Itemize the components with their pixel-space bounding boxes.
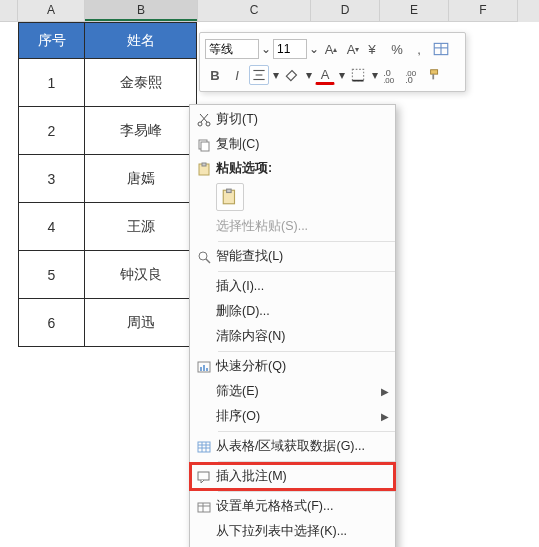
svg-point-15 bbox=[206, 122, 210, 126]
cell-name[interactable]: 钟汉良 bbox=[85, 251, 197, 299]
header-name[interactable]: 姓名 bbox=[85, 23, 197, 59]
table-format-icon[interactable] bbox=[431, 39, 451, 59]
col-header-B[interactable]: B bbox=[85, 0, 198, 22]
menu-label: 选择性粘贴(S)... bbox=[216, 218, 389, 235]
format-cells-icon bbox=[192, 499, 216, 515]
svg-text:¥: ¥ bbox=[367, 42, 376, 57]
menu-get-data[interactable]: 从表格/区域获取数据(G)... bbox=[190, 434, 395, 459]
header-seq[interactable]: 序号 bbox=[19, 23, 85, 59]
menu-delete[interactable]: 删除(D)... bbox=[190, 299, 395, 324]
copy-icon bbox=[192, 137, 216, 153]
menu-separator bbox=[218, 271, 395, 272]
svg-rect-13 bbox=[431, 70, 438, 74]
chevron-down-icon[interactable]: ▾ bbox=[271, 68, 280, 82]
paste-default-button[interactable] bbox=[216, 183, 244, 211]
menu-label: 排序(O) bbox=[216, 408, 381, 425]
submenu-arrow-icon: ▶ bbox=[381, 411, 389, 422]
font-name-select[interactable] bbox=[205, 39, 259, 59]
increase-font-icon[interactable]: A▴ bbox=[321, 39, 341, 59]
menu-separator bbox=[218, 431, 395, 432]
paste-options-row bbox=[190, 180, 395, 214]
comment-icon bbox=[192, 469, 216, 485]
menu-label: 复制(C) bbox=[216, 136, 389, 153]
cell-name[interactable]: 金泰熙 bbox=[85, 59, 197, 107]
menu-label: 插入批注(M) bbox=[216, 468, 389, 485]
svg-line-25 bbox=[206, 259, 210, 263]
table-icon bbox=[192, 439, 216, 455]
col-header-C[interactable]: C bbox=[198, 0, 311, 22]
svg-line-16 bbox=[201, 114, 208, 122]
menu-insert[interactable]: 插入(I)... bbox=[190, 274, 395, 299]
percent-format-icon[interactable]: % bbox=[387, 39, 407, 59]
bold-icon[interactable]: B bbox=[205, 65, 225, 85]
cell-name[interactable]: 王源 bbox=[85, 203, 197, 251]
cell-seq[interactable]: 5 bbox=[19, 251, 85, 299]
align-center-icon[interactable] bbox=[249, 65, 269, 85]
chevron-down-icon[interactable]: ⌄ bbox=[309, 42, 319, 56]
column-headers-row: A B C D E F bbox=[0, 0, 539, 22]
menu-sort[interactable]: 排序(O) ▶ bbox=[190, 404, 395, 429]
comma-format-icon[interactable]: , bbox=[409, 39, 429, 59]
menu-paste-special: 选择性粘贴(S)... bbox=[190, 214, 395, 239]
increase-decimal-icon[interactable]: .0.00 bbox=[381, 65, 401, 85]
cell-seq[interactable]: 2 bbox=[19, 107, 85, 155]
svg-rect-23 bbox=[227, 189, 232, 192]
cell-name[interactable]: 唐嫣 bbox=[85, 155, 197, 203]
data-table: 序号 姓名 1金泰熙 2李易峰 3唐嫣 4王源 5钟汉良 6周迅 bbox=[18, 22, 197, 347]
svg-rect-7 bbox=[352, 69, 363, 80]
menu-pick-from-list[interactable]: 从下拉列表中选择(K)... bbox=[190, 519, 395, 544]
cell-name[interactable]: 周迅 bbox=[85, 299, 197, 347]
menu-quick-analysis[interactable]: 快速分析(Q) bbox=[190, 354, 395, 379]
context-menu: 剪切(T) 复制(C) 粘贴选项: 选择性粘贴(S)... 智能查找(L) 插入… bbox=[189, 104, 396, 547]
menu-filter[interactable]: 筛选(E) ▶ bbox=[190, 379, 395, 404]
chevron-down-icon[interactable]: ▾ bbox=[337, 68, 346, 82]
fill-color-icon[interactable] bbox=[282, 65, 302, 85]
accounting-format-icon[interactable]: ¥ bbox=[365, 39, 385, 59]
menu-label: 从下拉列表中选择(K)... bbox=[216, 523, 389, 540]
decrease-font-icon[interactable]: A▾ bbox=[343, 39, 363, 59]
menu-label: 清除内容(N) bbox=[216, 328, 389, 345]
menu-paste-options-header: 粘贴选项: bbox=[190, 157, 395, 180]
search-icon bbox=[192, 249, 216, 265]
paste-icon bbox=[192, 161, 216, 177]
menu-clear-contents[interactable]: 清除内容(N) bbox=[190, 324, 395, 349]
menu-format-cells[interactable]: 设置单元格格式(F)... bbox=[190, 494, 395, 519]
table-row: 4王源 bbox=[19, 203, 197, 251]
italic-icon[interactable]: I bbox=[227, 65, 247, 85]
cell-seq[interactable]: 3 bbox=[19, 155, 85, 203]
submenu-arrow-icon: ▶ bbox=[381, 386, 389, 397]
select-all-corner[interactable] bbox=[0, 0, 18, 22]
cell-seq[interactable]: 4 bbox=[19, 203, 85, 251]
col-header-F[interactable]: F bbox=[449, 0, 518, 22]
decrease-decimal-icon[interactable]: .00.0 bbox=[403, 65, 423, 85]
table-row: 5钟汉良 bbox=[19, 251, 197, 299]
menu-separator bbox=[218, 351, 395, 352]
chevron-down-icon[interactable]: ▾ bbox=[370, 68, 379, 82]
menu-insert-comment[interactable]: 插入批注(M) bbox=[190, 464, 395, 489]
borders-icon[interactable] bbox=[348, 65, 368, 85]
spreadsheet-grid: A B C D E F 序号 姓名 1金泰熙 2李易峰 3唐嫣 4王源 5钟汉良… bbox=[0, 0, 539, 22]
svg-point-24 bbox=[199, 252, 207, 260]
chevron-down-icon[interactable]: ▾ bbox=[304, 68, 313, 82]
menu-separator bbox=[218, 461, 395, 462]
col-header-D[interactable]: D bbox=[311, 0, 380, 22]
cell-seq[interactable]: 6 bbox=[19, 299, 85, 347]
cell-name[interactable]: 李易峰 bbox=[85, 107, 197, 155]
menu-cut[interactable]: 剪切(T) bbox=[190, 107, 395, 132]
col-header-A[interactable]: A bbox=[18, 0, 85, 22]
font-color-icon[interactable]: A bbox=[315, 65, 335, 85]
menu-label: 设置单元格格式(F)... bbox=[216, 498, 389, 515]
menu-copy[interactable]: 复制(C) bbox=[190, 132, 395, 157]
cell-seq[interactable]: 1 bbox=[19, 59, 85, 107]
table-row: 2李易峰 bbox=[19, 107, 197, 155]
chevron-down-icon[interactable]: ⌄ bbox=[261, 42, 271, 56]
col-header-E[interactable]: E bbox=[380, 0, 449, 22]
svg-rect-30 bbox=[198, 442, 210, 452]
svg-text:.00: .00 bbox=[383, 76, 395, 84]
svg-rect-27 bbox=[200, 367, 202, 371]
svg-rect-36 bbox=[198, 503, 210, 512]
menu-smart-lookup[interactable]: 智能查找(L) bbox=[190, 244, 395, 269]
font-size-select[interactable] bbox=[273, 39, 307, 59]
format-painter-icon[interactable] bbox=[425, 65, 445, 85]
menu-label: 快速分析(Q) bbox=[216, 358, 389, 375]
